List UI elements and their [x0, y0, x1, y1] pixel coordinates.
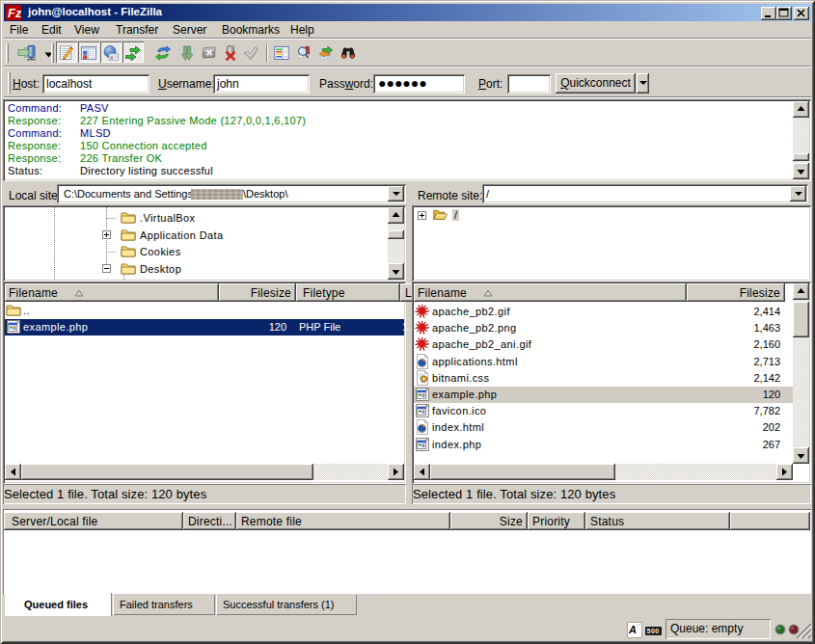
svg-text:Fz: Fz — [8, 6, 21, 20]
